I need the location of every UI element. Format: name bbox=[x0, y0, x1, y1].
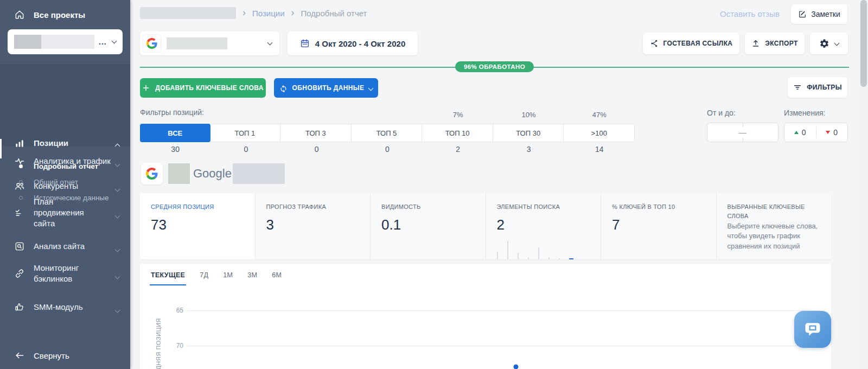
chevron-down-icon bbox=[834, 40, 840, 46]
refresh-data-button[interactable]: ОБНОВИТЬ ДАННЫЕ bbox=[274, 78, 378, 98]
people-icon bbox=[14, 181, 25, 192]
chevron-down-icon bbox=[267, 40, 273, 46]
search-engine-selector[interactable] bbox=[140, 31, 279, 55]
add-keywords-button[interactable]: ДОБАВИТЬ КЛЮЧЕВЫЕ СЛОВА bbox=[140, 78, 266, 98]
filter-counts-row: 30 0 0 0 2 3 14 bbox=[140, 145, 635, 154]
count-all: 30 bbox=[140, 145, 210, 154]
gridline bbox=[187, 310, 820, 311]
triangle-up-icon bbox=[794, 131, 799, 134]
tab-top3[interactable]: ТОП 3 bbox=[280, 124, 352, 142]
metric-card-serp-features[interactable]: ЭЛЕМЕНТЫ ПОИСКА 2 bbox=[486, 193, 601, 259]
project-more-label: ... bbox=[99, 37, 107, 46]
note-edit-icon bbox=[798, 10, 807, 18]
positions-nav-group: Позиции Подробный отчет Общий отчет Исто… bbox=[0, 64, 130, 147]
sidebar-item-smm-module[interactable]: SMM-модуль bbox=[0, 301, 130, 314]
settings-button[interactable] bbox=[810, 33, 848, 54]
chart-data-point bbox=[514, 365, 519, 369]
arrow-left-icon bbox=[14, 350, 25, 361]
chevron-down-icon bbox=[115, 308, 120, 313]
project-selector[interactable]: ... bbox=[8, 29, 123, 54]
bullet-icon bbox=[19, 196, 23, 200]
top30-percent: 10% bbox=[493, 111, 564, 119]
sidebar-item-backlink-monitoring[interactable]: Мониторинг бэклинков bbox=[0, 262, 130, 285]
gear-icon bbox=[819, 39, 829, 49]
breadcrumb-positions-link[interactable]: Позиции bbox=[252, 9, 285, 18]
count-top1: 0 bbox=[210, 145, 281, 154]
position-range-input[interactable]: — bbox=[707, 123, 778, 142]
engine-region-redacted bbox=[233, 163, 285, 184]
breadcrumb-current-page: Подробный отчет bbox=[301, 9, 367, 18]
upload-icon bbox=[751, 39, 760, 48]
changes-down-filter[interactable]: 0 bbox=[816, 126, 848, 138]
metric-card-selected-keywords[interactable]: ВЫБРАННЫЕ КЛЮЧЕВЫЕ СЛОВА Выберите ключев… bbox=[716, 193, 832, 259]
guest-link-button[interactable]: ГОСТЕВАЯ ССЫЛКА bbox=[643, 33, 739, 54]
tab-3m[interactable]: 3М bbox=[247, 271, 257, 282]
export-button[interactable]: ЭКСПОРТ bbox=[745, 33, 805, 54]
notes-button[interactable]: Заметки bbox=[791, 4, 847, 24]
tab-current[interactable]: ТЕКУЩЕЕ bbox=[151, 271, 185, 282]
sidebar: Все проекты ... Позиции Подробный отчет bbox=[0, 0, 130, 369]
positions-chart-icon bbox=[14, 138, 25, 149]
chevron-down-icon bbox=[115, 274, 120, 279]
changes-filter: 0 0 bbox=[784, 123, 848, 142]
tab-1m[interactable]: 1М bbox=[223, 271, 233, 282]
sidebar-item-all-projects[interactable]: Все проекты bbox=[0, 7, 130, 23]
sidebar-item-positions[interactable]: Позиции bbox=[0, 133, 130, 153]
sidebar-item-promotion-plan[interactable]: План продвижения сайта bbox=[0, 201, 130, 225]
chevron-down-icon bbox=[368, 85, 374, 91]
chart-period-tabs: ТЕКУЩЕЕ 7Д 1М 3М 6М bbox=[151, 271, 282, 282]
metric-card-traffic-forecast[interactable]: ПРОГНОЗ ТРАФИКА 3 bbox=[255, 193, 371, 259]
refresh-icon bbox=[279, 84, 288, 92]
scrollbar-thumb[interactable] bbox=[860, 0, 867, 87]
leave-feedback-link[interactable]: Оставить отзыв bbox=[720, 9, 780, 18]
tab-over100[interactable]: >100 bbox=[564, 124, 634, 142]
chat-icon bbox=[803, 320, 822, 339]
tab-top30[interactable]: ТОП 30 bbox=[493, 124, 564, 142]
count-top3: 0 bbox=[282, 145, 352, 154]
pulse-icon bbox=[14, 156, 25, 167]
share-icon bbox=[650, 39, 659, 48]
tab-all[interactable]: ВСЕ bbox=[140, 124, 210, 142]
tab-top10[interactable]: ТОП 10 bbox=[422, 124, 493, 142]
home-icon bbox=[14, 9, 25, 20]
engine-name-redacted bbox=[167, 37, 227, 49]
metric-card-keys-in-top10[interactable]: % КЛЮЧЕЙ В ТОП 10 7 bbox=[601, 193, 716, 259]
calendar-icon bbox=[300, 39, 310, 48]
filters-button[interactable]: ФИЛЬТРЫ bbox=[788, 77, 847, 98]
chevron-down-icon bbox=[115, 213, 120, 219]
top10-percent: 7% bbox=[423, 111, 493, 119]
google-section-header: Google bbox=[141, 163, 285, 184]
sidebar-item-analytics-traffic[interactable]: Аналитика и трафик bbox=[0, 155, 130, 168]
main-content: › Позиции › Подробный отчет Оставить отз… bbox=[130, 0, 859, 369]
search-elements-sparkline bbox=[497, 236, 579, 259]
sidebar-item-site-audit[interactable]: Анализ сайта bbox=[0, 240, 130, 253]
range-label: От и до: bbox=[707, 109, 736, 117]
chevron-down-icon bbox=[115, 187, 120, 192]
tab-6m[interactable]: 6М bbox=[272, 271, 282, 282]
project-domain-redacted bbox=[41, 35, 94, 49]
chevron-down-icon bbox=[115, 247, 120, 252]
site-search-icon bbox=[14, 241, 25, 252]
sidebar-item-competitors[interactable]: Конкуренты bbox=[0, 180, 130, 193]
metric-card-visibility[interactable]: ВИДИМОСТЬ 0.1 bbox=[370, 193, 486, 259]
gridline bbox=[187, 346, 820, 346]
app-window: Все проекты ... Позиции Подробный отчет bbox=[0, 0, 868, 369]
over100-percent: 47% bbox=[564, 111, 635, 119]
positions-label: Позиции bbox=[34, 138, 68, 149]
collapse-sidebar-button[interactable]: Свернуть bbox=[0, 347, 130, 364]
changes-up-filter[interactable]: 0 bbox=[784, 128, 816, 137]
y-tick-70: 70 bbox=[162, 342, 183, 349]
breadcrumb: › Позиции › Подробный отчет bbox=[140, 7, 367, 19]
metric-card-average-position[interactable]: СРЕДНЯЯ ПОЗИЦИЯ 73 bbox=[140, 193, 255, 259]
tab-top5[interactable]: ТОП 5 bbox=[352, 124, 423, 142]
count-top10: 2 bbox=[423, 145, 493, 154]
filter-percentages-row: 7% 10% 47% bbox=[140, 111, 635, 119]
chevron-down-icon bbox=[111, 39, 117, 44]
date-range-picker[interactable]: 4 Окт 2020 - 4 Окт 2020 bbox=[288, 31, 418, 55]
link-icon bbox=[14, 268, 25, 279]
metrics-panel: СРЕДНЯЯ ПОЗИЦИЯ 73 ПРОГНОЗ ТРАФИКА 3 ВИД… bbox=[140, 193, 831, 259]
tab-top1[interactable]: ТОП 1 bbox=[210, 124, 281, 142]
count-over100: 14 bbox=[564, 145, 635, 154]
tab-7d[interactable]: 7Д bbox=[200, 271, 208, 282]
live-chat-button[interactable] bbox=[794, 311, 831, 348]
